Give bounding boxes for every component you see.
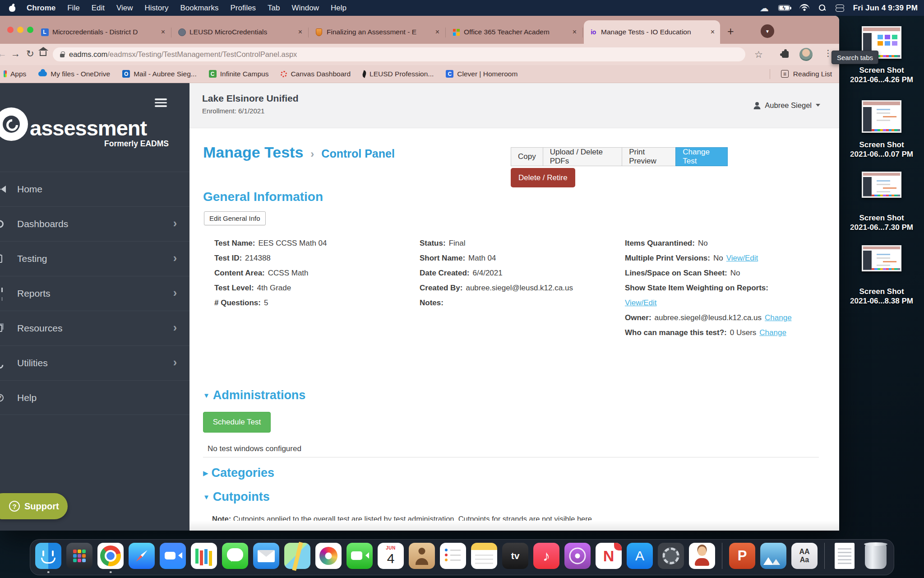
podcasts-icon[interactable] <box>564 543 591 569</box>
schedule-test-button[interactable]: Schedule Test <box>203 412 271 433</box>
screenshot-label[interactable]: Screen Shot2021-06...8.38 PM <box>839 287 924 306</box>
menu-window[interactable]: Window <box>286 4 325 13</box>
mail-icon[interactable] <box>253 543 279 569</box>
administrations-heading[interactable]: ▼Administrations <box>203 388 305 402</box>
tab-finalizing-assessment[interactable]: Finalizing an Assessment - E × <box>310 20 445 44</box>
trash-icon[interactable] <box>865 544 887 569</box>
address-bar[interactable]: eadms.com/eadmsx/Testing/TestManagement/… <box>53 47 745 61</box>
bookmark-canvas[interactable]: Canvas Dashboard <box>281 70 351 78</box>
sidebar-item-testing[interactable]: Testing› <box>0 241 189 276</box>
desktop-screenshot-file[interactable] <box>862 245 901 271</box>
menu-bookmarks[interactable]: Bookmarks <box>174 4 224 13</box>
apple-icon[interactable] <box>9 4 15 12</box>
tab-office365[interactable]: Office 365 Teacher Academ × <box>447 20 582 44</box>
bookmark-mail[interactable]: Mail - Aubree Sieg... <box>122 70 197 78</box>
categories-heading[interactable]: ▶Categories <box>203 466 274 480</box>
notes-icon[interactable] <box>471 543 497 569</box>
view-edit-link[interactable]: View/Edit <box>625 298 657 307</box>
wifi-icon[interactable] <box>799 4 809 12</box>
bookmark-star-icon[interactable]: ☆ <box>754 49 763 60</box>
screenshot-label[interactable]: Screen Shot2021-06...4.26 PM <box>839 65 924 84</box>
chrome-icon[interactable] <box>97 543 124 569</box>
profile-avatar[interactable] <box>799 48 813 61</box>
search-tabs-button[interactable]: ▼ <box>761 24 774 38</box>
print-preview-button[interactable]: Print Preview <box>622 147 676 166</box>
new-tab-button[interactable]: + <box>727 26 734 37</box>
back-button[interactable]: ← <box>0 48 7 59</box>
contacts-icon[interactable] <box>409 543 435 569</box>
reading-list-button[interactable]: ≡Reading List <box>770 69 832 79</box>
menu-edit[interactable]: Edit <box>86 4 111 13</box>
url-text[interactable]: eadms.com/eadmsx/Testing/TestManagement/… <box>69 50 297 59</box>
bookmark-onedrive[interactable]: My files - OneDrive <box>38 70 110 78</box>
maps-icon[interactable] <box>284 543 310 569</box>
menu-help[interactable]: Help <box>325 4 352 13</box>
avatar-app-icon[interactable] <box>689 543 715 569</box>
sidebar-item-reports[interactable]: Reports› <box>0 276 189 311</box>
extensions-icon[interactable] <box>782 51 789 58</box>
photos-icon[interactable] <box>315 543 342 569</box>
bookmark-apps[interactable]: Apps <box>5 70 26 78</box>
music-icon[interactable]: ♪ <box>533 543 559 569</box>
user-menu[interactable]: Aubree Siegel <box>753 101 820 110</box>
tab-close-icon[interactable]: × <box>434 28 440 36</box>
change-test-button[interactable]: Change Test <box>675 147 728 166</box>
bookmark-leusd[interactable]: LEUSD Profession... <box>363 70 434 78</box>
safari-icon[interactable] <box>129 543 155 569</box>
forward-button[interactable]: → <box>11 48 20 59</box>
menu-profiles[interactable]: Profiles <box>224 4 262 13</box>
sidebar-item-resources[interactable]: Resources› <box>0 311 189 345</box>
spotlight-icon[interactable] <box>819 5 826 12</box>
messages-icon[interactable] <box>222 543 248 569</box>
news-icon[interactable]: N <box>596 543 622 569</box>
document-icon[interactable] <box>835 543 855 569</box>
calendar-icon[interactable]: 4JUN <box>378 543 404 569</box>
onedrive-status-icon[interactable]: ☁ <box>760 4 769 13</box>
lock-icon[interactable] <box>60 54 65 57</box>
powerpoint-icon[interactable]: P <box>729 543 755 569</box>
cutpoints-heading[interactable]: ▼Cutpoints <box>203 490 270 504</box>
minimize-window-button[interactable] <box>17 27 23 33</box>
tab-microcredentials[interactable]: L Microcredentials - District D × <box>35 20 171 44</box>
systemprefs-icon[interactable] <box>658 543 684 569</box>
preview-app-icon[interactable] <box>760 543 786 569</box>
upload-delete-pdfs-button[interactable]: Upload / Delete PDFs <box>543 147 623 166</box>
tab-close-icon[interactable]: × <box>297 28 303 36</box>
hamburger-menu-icon[interactable] <box>155 98 167 107</box>
delete-retire-button[interactable]: Delete / Retire <box>511 168 575 187</box>
fontbook-icon[interactable]: AA Aa <box>791 543 818 569</box>
screenshot-label[interactable]: Screen Shot2021-06...7.30 PM <box>839 213 924 232</box>
tab-leusd-microcredentials[interactable]: LEUSD MicroCredentials × <box>172 20 308 44</box>
change-owner-link[interactable]: Change <box>765 313 792 322</box>
bookmark-clever[interactable]: Clever | Homeroom <box>446 70 517 78</box>
tab-close-icon[interactable]: × <box>710 28 716 36</box>
edit-general-info-button[interactable]: Edit General Info <box>204 211 266 225</box>
appletv-icon[interactable]: tv <box>502 543 528 569</box>
change-managers-link[interactable]: Change <box>759 328 786 337</box>
close-window-button[interactable] <box>7 27 14 33</box>
pencils-app-icon[interactable] <box>191 543 217 569</box>
tab-close-icon[interactable]: × <box>160 28 166 36</box>
menu-chrome[interactable]: Chrome <box>21 4 61 13</box>
view-edit-link[interactable]: View/Edit <box>726 254 758 262</box>
desktop-screenshot-file[interactable] <box>862 172 901 198</box>
bookmark-infinite-campus[interactable]: Infinite Campus <box>209 70 269 78</box>
appstore-icon[interactable]: A <box>627 543 653 569</box>
copy-button[interactable]: Copy <box>511 147 543 166</box>
reminders-icon[interactable] <box>440 543 466 569</box>
launchpad-icon[interactable] <box>66 543 92 569</box>
zoom-window-button[interactable] <box>27 27 33 33</box>
sidebar-item-help[interactable]: ? Help <box>0 380 189 415</box>
menu-tab[interactable]: Tab <box>262 4 286 13</box>
screenshot-label[interactable]: Screen Shot2021-06...0.07 PM <box>839 140 924 159</box>
sidebar-item-utilities[interactable]: Utilities› <box>0 345 189 380</box>
menu-clock[interactable]: Fri Jun 4 9:39 PM <box>853 4 918 13</box>
sidebar-item-dashboards[interactable]: Dashboards› <box>0 206 189 241</box>
control-center-icon[interactable] <box>836 5 844 12</box>
home-button[interactable] <box>40 51 46 56</box>
tab-close-icon[interactable]: × <box>572 28 578 36</box>
breadcrumb-manage-tests[interactable]: Manage Tests <box>203 144 303 161</box>
menu-file[interactable]: File <box>61 4 85 13</box>
tab-manage-tests-active[interactable]: io Manage Tests - IO Education × <box>584 20 720 44</box>
support-button[interactable]: ? Support <box>0 493 68 519</box>
